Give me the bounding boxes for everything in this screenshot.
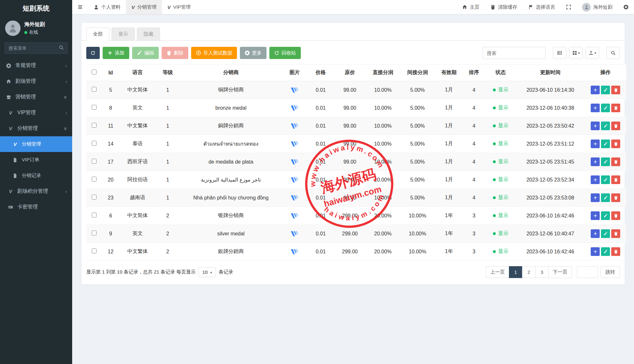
distributor-image-icon[interactable] [291,213,299,218]
tab-visible[interactable]: 显示 [112,28,135,40]
row-edit-button[interactable] [601,229,610,238]
sidebar-item-distribution-manage[interactable]: V分销管理 [0,136,72,152]
sidebar-item-theater-points[interactable]: V剧场积分管理‹ [0,183,72,199]
sidebar-item-vip-orders[interactable]: VIP订单 [0,152,72,168]
row-edit-button[interactable] [601,157,610,166]
refresh-button[interactable] [86,47,100,59]
row-detail-button[interactable] [591,122,600,130]
edit-button[interactable]: 编辑 [132,47,159,59]
row-checkbox[interactable] [92,195,97,199]
row-checkbox[interactable] [92,177,97,182]
columns-button[interactable]: ▾ [569,47,583,59]
row-checkbox[interactable] [92,123,97,128]
row-checkbox[interactable] [92,159,97,164]
table-search-input[interactable] [483,47,545,59]
distributor-image-icon[interactable] [291,87,299,92]
row-edit-button[interactable] [601,175,610,184]
tab-profile[interactable]: 个人资料 [88,0,126,14]
row-delete-button[interactable] [611,175,620,184]
row-delete-button[interactable] [611,86,620,94]
language-button[interactable]: 选择语言 [523,0,561,14]
next-page-button[interactable]: 下一页 [548,266,572,278]
row-detail-button[interactable] [591,86,600,94]
row-delete-button[interactable] [611,157,620,166]
row-delete-button[interactable] [611,193,620,202]
row-checkbox[interactable] [92,105,97,110]
row-delete-button[interactable] [611,229,620,238]
search-toggle-button[interactable] [606,47,620,59]
distributor-image-icon[interactable] [291,249,299,254]
row-edit-button[interactable] [601,193,610,202]
tab-distribution[interactable]: V 分销管理 [126,0,162,14]
row-detail-button[interactable] [591,104,600,112]
sidebar-item-marketing[interactable]: 营销管理∨ [0,89,72,105]
row-edit-button[interactable] [601,247,610,256]
distributor-image-icon[interactable] [291,105,299,110]
toggle-view-button[interactable] [553,47,566,59]
row-edit-button[interactable] [601,122,610,130]
row-checkbox[interactable] [92,141,97,146]
tab-hidden[interactable]: 隐藏 [137,28,160,40]
row-detail-button[interactable] [591,140,600,148]
sidebar-item-general[interactable]: 常规管理‹ [0,58,72,73]
row-edit-button[interactable] [601,140,610,148]
select-all-checkbox[interactable] [92,70,97,74]
row-detail-button[interactable] [591,211,600,220]
add-button[interactable]: 添加 [103,47,129,59]
distributor-image-icon[interactable] [291,231,299,236]
row-checkbox[interactable] [92,213,97,217]
jump-page-input[interactable] [577,266,598,278]
row-delete-button[interactable] [611,140,620,148]
cell-direct-commission: 10.00% [366,135,400,153]
clear-cache-button[interactable]: 清除缓存 [485,0,523,14]
delete-button[interactable]: 删除 [162,47,188,59]
row-delete-button[interactable] [611,247,620,256]
row-checkbox[interactable] [92,87,97,92]
language-label: 选择语言 [536,4,555,10]
row-detail-button[interactable] [591,193,600,202]
page-size-select[interactable]: 10 ▴ [199,267,216,277]
import-test-data-button[interactable]: 导入测试数据 [191,47,237,59]
export-button[interactable]: ▾ [586,47,599,59]
row-detail-button[interactable] [591,229,600,238]
row-checkbox[interactable] [92,249,97,253]
row-checkbox[interactable] [92,231,97,235]
home-button[interactable]: 主页 [457,0,485,14]
fullscreen-button[interactable] [561,0,577,14]
menu-toggle-button[interactable] [72,0,88,14]
sidebar-item-theater[interactable]: 剧场管理‹ [0,73,72,89]
page-button-2[interactable]: 2 [522,266,536,278]
row-detail-button[interactable] [591,175,600,184]
row-delete-button[interactable] [611,211,620,220]
tab-all[interactable]: 全部 [86,28,109,41]
page-button-1[interactable]: 1 [509,266,522,278]
tab-label: 分销管理 [137,4,156,10]
user-menu[interactable]: 海外短剧 [577,0,618,14]
settings-button[interactable] [618,0,634,14]
row-detail-button[interactable] [591,157,600,166]
row-edit-button[interactable] [601,104,610,112]
cell-status: 显示 [485,99,516,117]
row-delete-button[interactable] [611,122,620,130]
row-edit-button[interactable] [601,86,610,94]
distributor-image-icon[interactable] [291,159,299,164]
sidebar-search-input[interactable] [4,42,68,54]
distributor-image-icon[interactable] [291,177,299,182]
tab-vip[interactable]: V VIP管理 [162,0,196,14]
jump-button[interactable]: 跳转 [601,266,620,278]
sidebar-item-distribution[interactable]: V分销管理∨ [0,121,72,136]
sidebar-item-distribution-records[interactable]: 分销记录 [0,168,72,183]
row-edit-button[interactable] [601,211,610,220]
row-delete-button[interactable] [611,104,620,112]
page-size-value: 10 [202,269,208,275]
distributor-image-icon[interactable] [291,141,299,146]
sidebar-item-vip[interactable]: VVIP管理‹ [0,105,72,121]
row-detail-button[interactable] [591,247,600,256]
more-button[interactable]: 更多 [240,47,266,59]
sidebar-item-card-keys[interactable]: 卡密管理 [0,199,72,215]
distributor-image-icon[interactable] [291,195,299,200]
recycle-bin-button[interactable]: 回收站 [269,47,301,59]
page-button-3[interactable]: 3 [535,266,549,278]
prev-page-button[interactable]: 上一页 [486,266,509,278]
distributor-image-icon[interactable] [291,123,299,128]
